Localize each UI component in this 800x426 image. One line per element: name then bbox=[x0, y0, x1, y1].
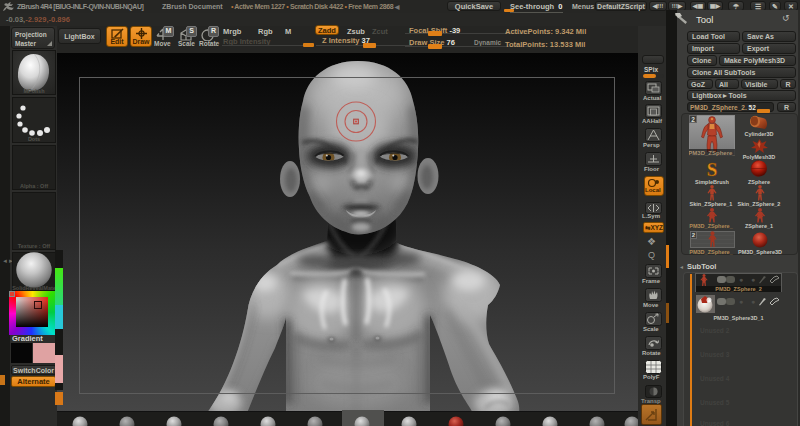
svg-text:S: S bbox=[707, 160, 718, 179]
svg-text:PM3D_ZSphere_: PM3D_ZSphere_ bbox=[689, 150, 735, 156]
